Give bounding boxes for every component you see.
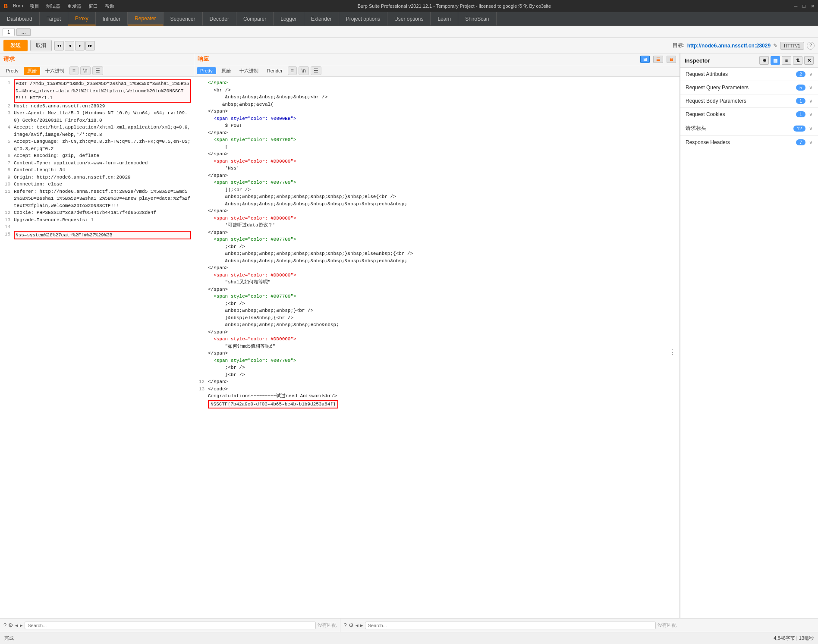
inspector-icons: ⊞ ▦ ≡ ⇅ ✕ <box>759 56 814 65</box>
request-line-4: 4Accept: text/html,application/xhtml+xml… <box>3 124 191 138</box>
tab-project-options[interactable]: Project options <box>339 12 387 25</box>
nav-buttons: ◂◂ ◂ ▸ ▸▸ <box>54 41 95 50</box>
inspector-row-request-query-parameters[interactable]: Request Query Parameters5∨ <box>680 81 818 94</box>
inspector-row-请求标头[interactable]: 请求标头12∨ <box>680 121 818 136</box>
response-line-20: '可曾听过data协议？' <box>197 222 677 229</box>
tab-comparer[interactable]: Comparer <box>236 12 274 25</box>
request-panel-toolbar: Pretty 原始 十六进制 ≡ \n ☰ <box>0 65 194 77</box>
tab-extender[interactable]: Extender <box>304 12 339 25</box>
response-content[interactable]: </span> <br /> &nbsp;&nbsp;&nbsp;&nbsp;&… <box>194 77 680 618</box>
insp-icon-3[interactable]: ≡ <box>782 56 791 65</box>
request-line-11: 11Referer: http://node6.anna.nssctf.cn:2… <box>3 188 191 210</box>
status-stats: 4,848字节 | 13毫秒 <box>774 635 814 641</box>
tab-logger[interactable]: Logger <box>274 12 304 25</box>
resp-list-icon[interactable]: ☰ <box>311 66 321 75</box>
resp-search-prev-icon[interactable]: ◂ <box>356 622 359 628</box>
resp-search-settings-icon[interactable]: ⚙ <box>349 622 354 628</box>
response-line-40: ;<br /> <box>197 364 677 371</box>
repeater-tabbar: 1 … <box>0 26 818 38</box>
insp-close-icon[interactable]: ✕ <box>804 56 814 65</box>
resp-layout-btn2[interactable]: ☰ <box>653 56 663 63</box>
status-text: 完成 <box>4 635 14 641</box>
menu-item-Burp[interactable]: Burp <box>13 3 23 9</box>
request-content[interactable]: 1POST /?md5_1%5B%5D=1&md5_2%5B%5D=2&sha1… <box>0 77 194 618</box>
request-line-8: 8Content-Length: 34 <box>3 166 191 174</box>
maximize-button[interactable]: □ <box>802 3 805 9</box>
cancel-button[interactable]: 取消 <box>30 40 52 51</box>
resp-search-help-icon[interactable]: ? <box>344 622 347 628</box>
response-line-19: <span style="color: #DD0000"> <box>197 215 677 222</box>
insp-icon-2[interactable]: ▦ <box>771 56 780 65</box>
menu-item-帮助[interactable]: 帮助 <box>105 3 114 9</box>
edit-target-icon[interactable]: ✎ <box>773 43 777 49</box>
req-filter-icon[interactable]: ≡ <box>69 66 79 75</box>
resp-tab-raw[interactable]: 原始 <box>218 67 234 75</box>
reptab-1[interactable]: 1 <box>3 28 15 36</box>
tab-intruder[interactable]: Intruder <box>96 12 128 25</box>
inspector-row-request-attributes[interactable]: Request Attributes2∨ <box>680 68 818 81</box>
req-tab-pretty[interactable]: Pretty <box>3 67 22 74</box>
tab-target[interactable]: Target <box>40 12 68 25</box>
resp-filter-icon[interactable]: ≡ <box>288 66 297 75</box>
minimize-button[interactable]: ─ <box>794 3 798 9</box>
nav-next-next-button[interactable]: ▸▸ <box>85 41 95 50</box>
chevron-down-icon: ∨ <box>809 139 813 145</box>
insp-icon-4[interactable]: ⇅ <box>793 56 802 65</box>
req-tab-hex[interactable]: 十六进制 <box>42 67 68 75</box>
nav-next-button[interactable]: ▸ <box>75 41 85 50</box>
chevron-down-icon: ∨ <box>809 111 813 117</box>
inspector-row-request-body-parameters[interactable]: Request Body Parameters1∨ <box>680 94 818 108</box>
request-line-7: 7Content-Type: application/x-www-form-ur… <box>3 160 191 167</box>
tab-user-options[interactable]: User options <box>387 12 431 25</box>
tab-shiroscan[interactable]: ShiroScan <box>458 12 496 25</box>
req-search-prev-icon[interactable]: ◂ <box>15 622 18 628</box>
response-search-input[interactable] <box>365 622 656 629</box>
response-line-11: <span style="color: #DD0000"> <box>197 158 677 165</box>
inspector-row-request-cookies[interactable]: Request Cookies1∨ <box>680 108 818 121</box>
tab-decoder[interactable]: Decoder <box>203 12 236 25</box>
insp-icon-1[interactable]: ⊞ <box>759 56 769 65</box>
tab-repeater[interactable]: Repeater <box>128 12 163 25</box>
response-line-9: [ <box>197 144 677 151</box>
response-line-29: </span> <box>197 286 677 293</box>
nav-prev-prev-button[interactable]: ◂◂ <box>54 41 64 50</box>
send-button[interactable]: 发送 <box>3 40 28 51</box>
tab-proxy[interactable]: Proxy <box>68 12 96 25</box>
tab-learn[interactable]: Learn <box>431 12 458 25</box>
resp-search-next-icon[interactable]: ▸ <box>360 622 363 628</box>
resp-tab-render[interactable]: Render <box>264 67 286 74</box>
tab-dashboard[interactable]: Dashboard <box>0 12 40 25</box>
menu-item-项目[interactable]: 项目 <box>30 3 39 9</box>
resp-layout-btn1[interactable]: ⊞ <box>640 56 650 63</box>
req-search-help-icon[interactable]: ? <box>3 622 6 628</box>
menu-item-窗口[interactable]: 窗口 <box>88 3 98 9</box>
menu-item-重发器[interactable]: 重发器 <box>67 3 82 9</box>
req-search-next-icon[interactable]: ▸ <box>20 622 23 628</box>
response-line-3: &nbsp;&nbsp;&eval( <box>197 101 677 108</box>
req-tab-raw[interactable]: 原始 <box>24 67 40 75</box>
help-icon[interactable]: ? <box>807 42 815 50</box>
resp-tab-hex[interactable]: 十六进制 <box>236 67 262 75</box>
http-version-badge[interactable]: HTTP/1 <box>780 42 804 50</box>
resp-tab-pretty[interactable]: Pretty <box>197 67 216 74</box>
tab-sequencer[interactable]: Sequencer <box>164 12 203 25</box>
req-search-settings-icon[interactable]: ⚙ <box>8 622 13 628</box>
menu-item-测试器[interactable]: 测试器 <box>46 3 60 9</box>
response-line-31: ;<br /> <box>197 300 677 308</box>
resp-newline-icon[interactable]: \n <box>299 66 309 75</box>
req-list-icon[interactable]: ☰ <box>92 66 103 75</box>
resp-layout-btn3[interactable]: ⊟ <box>667 56 676 63</box>
req-newline-icon[interactable]: \n <box>80 66 91 75</box>
close-button[interactable]: ✕ <box>811 3 815 9</box>
request-line-6: 6Accept-Encoding: gzip, deflate <box>3 152 191 160</box>
target-info: 目标: http://node6.anna.nssctf.cn:28029 ✎ … <box>673 42 815 50</box>
response-more-icon[interactable]: ⋮ <box>669 348 676 358</box>
inspector-row-response-headers[interactable]: Response Headers7∨ <box>680 136 818 149</box>
response-line-43: 13</code> <box>197 386 677 393</box>
response-line-7: </span> <box>197 129 677 137</box>
reptab-more[interactable]: … <box>16 28 31 36</box>
request-line-9: 9Origin: http://node6.anna.nssctf.cn:280… <box>3 174 191 181</box>
response-line-42: 12</span> <box>197 378 677 386</box>
nav-prev-button[interactable]: ◂ <box>65 41 74 50</box>
request-search-input[interactable] <box>25 622 315 629</box>
